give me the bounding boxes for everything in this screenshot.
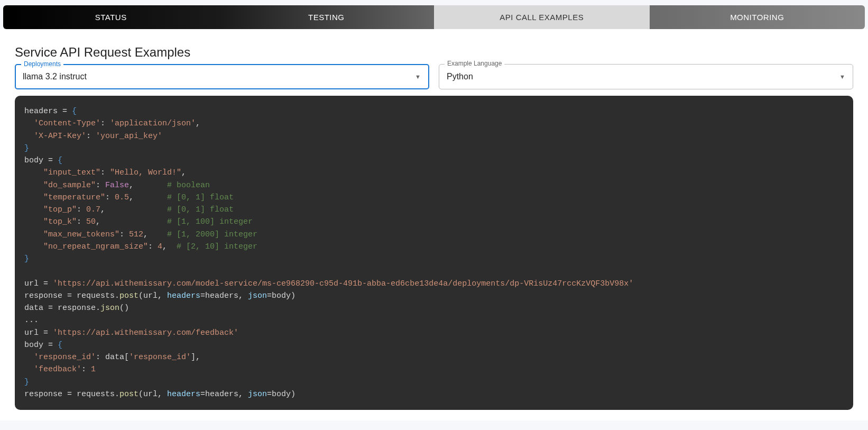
selects-row: Deployments llama 3.2 instruct ▼ Example… [15, 64, 853, 89]
language-value: Python [447, 72, 473, 81]
tab-status[interactable]: STATUS [3, 5, 219, 29]
deployments-value: llama 3.2 instruct [23, 72, 87, 81]
code-example: headers = { 'Content-Type': 'application… [15, 96, 853, 410]
language-select[interactable]: Example Language Python ▼ [439, 64, 853, 89]
deployments-label: Deployments [21, 60, 63, 68]
chevron-down-icon: ▼ [839, 74, 845, 80]
page-title: Service API Request Examples [15, 45, 853, 60]
tabs-bar: STATUS TESTING API CALL EXAMPLES MONITOR… [3, 5, 865, 29]
content-panel: Service API Request Examples Deployments… [0, 29, 868, 420]
language-label: Example Language [445, 60, 504, 67]
tab-testing[interactable]: TESTING [219, 5, 435, 29]
chevron-down-icon: ▼ [415, 74, 421, 80]
tab-monitoring[interactable]: MONITORING [650, 5, 865, 29]
tab-api-examples[interactable]: API CALL EXAMPLES [434, 5, 650, 29]
deployments-select[interactable]: Deployments llama 3.2 instruct ▼ [15, 64, 429, 89]
